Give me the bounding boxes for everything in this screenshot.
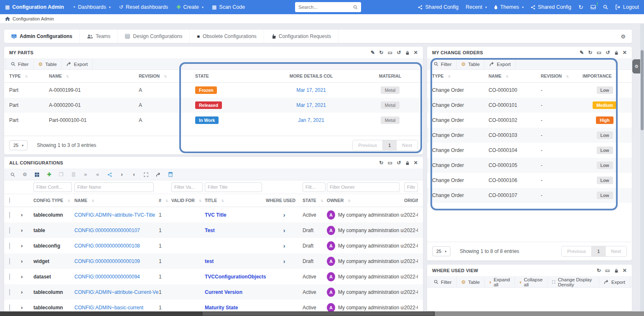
next-level-button[interactable]: › (116, 169, 128, 180)
col-originated[interactable]: ORIGINAT (404, 198, 418, 203)
filter-originated-input[interactable] (404, 182, 418, 192)
table-row[interactable]: Change Order CO-0000100 - Low (427, 83, 632, 98)
nav-shared-config-2[interactable]: Shared Config (531, 4, 571, 10)
col-owner[interactable]: OWNER⇅ (327, 198, 404, 203)
close-icon[interactable]: ✕ (623, 50, 627, 55)
config-name-link[interactable]: CONFIG:0000000000000109 (74, 258, 140, 264)
row-checkbox[interactable] (9, 258, 10, 265)
table-row[interactable]: Change Order CO-0000101 - Medium (427, 98, 632, 113)
filter-button[interactable]: Filter (429, 277, 457, 287)
config-title-link[interactable]: test (205, 258, 214, 264)
settings-button[interactable]: ⚙ (19, 169, 31, 180)
search-input[interactable] (298, 5, 353, 10)
table-row[interactable]: › tableconfig CONFIG:0000000000000108 1 … (4, 238, 423, 253)
table-row[interactable]: › dataset CONFIG:0000000000000094 1 TVCC… (4, 269, 423, 284)
vertical-scrollbar[interactable] (640, 24, 644, 311)
table-row[interactable]: Change Order CO-0000106 - Low (427, 173, 632, 188)
add-button[interactable]: ✚ (43, 169, 55, 180)
col-state[interactable]: STATE⇅ (303, 198, 327, 203)
row-checkbox[interactable] (9, 304, 10, 311)
report-button[interactable] (164, 169, 176, 180)
nav-logout[interactable]: Logout (615, 4, 639, 10)
where-used-chevron[interactable]: › (283, 258, 285, 265)
next-button[interactable]: Next (397, 140, 417, 150)
table-row[interactable]: › table CONFIG:0000000000000107 1 Test ›… (4, 222, 423, 238)
undo-icon[interactable]: ↺ (606, 50, 610, 55)
col-importance[interactable]: IMPORTANCE (583, 73, 627, 78)
table-row[interactable]: › tablecolumn CONFIG:ADMIN~attribute-Cur… (4, 284, 423, 300)
export-button[interactable]: Export (599, 277, 630, 287)
previous-button[interactable]: Previous (353, 140, 383, 150)
tab-design-configurations[interactable]: Design Configurations (118, 30, 190, 43)
nav-shared-config-1[interactable]: Shared Config (418, 4, 458, 10)
nav-recent[interactable]: Recent ▾ (466, 4, 487, 10)
nav-scan-code[interactable]: ▦ Scan Code (212, 4, 245, 10)
refresh-icon[interactable]: ↻ (597, 268, 601, 273)
previous-level-button[interactable]: ‹ (128, 169, 140, 180)
where-used-chevron[interactable]: › (283, 243, 285, 249)
filter-button[interactable]: Filter (6, 59, 34, 69)
col-material[interactable]: MATERIAL (362, 73, 418, 78)
share-button[interactable] (104, 169, 116, 180)
nav-themes[interactable]: Themes ▾ (494, 4, 524, 10)
table-settings-button[interactable]: ⚙ Table (457, 59, 485, 69)
nav-notifications[interactable]: ! (591, 5, 596, 10)
config-name-link[interactable]: CONFIG:ADMIN~basic-current (74, 305, 143, 311)
table-row[interactable]: Part A-0000199-01 A Frozen Mar 17, 2021 … (4, 83, 423, 98)
page-size-select[interactable]: 25▾ (9, 140, 28, 150)
col-name[interactable]: NAME⇅ (489, 73, 541, 78)
more-details-link[interactable]: Mar 17, 2021 (296, 102, 326, 108)
lock-icon[interactable] (405, 51, 410, 55)
table-row[interactable]: Change Order CO-0000104 - Low (427, 143, 632, 158)
settings-flyout-handle[interactable]: ⚙ (632, 59, 641, 73)
home-icon[interactable] (5, 17, 10, 21)
table-row[interactable]: Change Order CO-0000107 - Low (427, 188, 632, 203)
config-name-link[interactable]: CONFIG:0000000000000094 (74, 274, 140, 280)
columns-button[interactable] (31, 169, 43, 180)
fullscreen-button[interactable] (140, 169, 152, 180)
row-checkbox[interactable] (9, 227, 10, 234)
filter-valid-for-input[interactable] (171, 182, 203, 192)
row-checkbox[interactable] (9, 273, 10, 280)
expand-row-icon[interactable]: › (21, 273, 23, 280)
filter-config-type-input[interactable] (33, 182, 72, 192)
edit-icon[interactable]: ✎ (371, 50, 375, 55)
row-checkbox[interactable] (9, 289, 10, 296)
col-name[interactable]: NAME⇅ (74, 198, 159, 203)
tab-obsolete-configurations[interactable]: ■ Obsolete Configurations (190, 30, 264, 43)
refresh-icon[interactable]: ↻ (379, 160, 383, 165)
table-row[interactable]: Change Order CO-0000103 - Low (427, 128, 632, 143)
delete-button[interactable] (67, 169, 79, 180)
col-num[interactable]: #⇅ (159, 198, 171, 203)
undo-icon[interactable]: ↺ (397, 160, 401, 165)
undo-icon[interactable]: ↺ (397, 50, 401, 55)
export-button[interactable]: Export (62, 59, 93, 69)
table-settings-button[interactable]: ⚙ Table (34, 59, 62, 69)
brand[interactable]: ▦ Configuration Admin (5, 4, 64, 10)
breadcrumb-label[interactable]: Configuration Admin (13, 16, 54, 21)
config-title-link[interactable]: Maturity State (205, 305, 238, 311)
copy-button[interactable]: ❐ (55, 169, 67, 180)
tab-settings-button[interactable]: ⚙ (614, 33, 632, 40)
nav-reset-dashboards[interactable]: ↺ Reset dashboards (119, 4, 168, 10)
filter-name-input[interactable] (74, 182, 154, 192)
filter-button[interactable]: Filter (429, 59, 457, 69)
tab-configuration-requests[interactable]: Configuration Requests (264, 30, 339, 43)
expand-row-icon[interactable]: › (21, 304, 23, 311)
nav-create[interactable]: ✚ Create ▾ (176, 4, 204, 10)
row-checkbox[interactable] (9, 243, 10, 249)
expand-row-icon[interactable]: › (21, 289, 23, 295)
export-button[interactable] (152, 169, 164, 180)
config-title-link[interactable]: TVC Title (205, 212, 227, 218)
expand-row-icon[interactable]: › (21, 227, 23, 233)
table-settings-button[interactable]: ⚙ Table (457, 277, 485, 287)
config-title-link[interactable]: Current Version (205, 289, 242, 295)
lock-icon[interactable] (614, 268, 619, 273)
close-icon[interactable]: ✕ (414, 160, 418, 165)
change-density-button[interactable]: Change Display Density (547, 277, 599, 287)
vertical-scrollbar-thumb[interactable] (641, 50, 644, 130)
filter-owner-input[interactable] (327, 182, 400, 192)
col-state[interactable]: STATE (195, 73, 260, 78)
table-row[interactable]: Part A-0000200-01 A Released Mar 17, 202… (4, 98, 423, 113)
tab-admin-configurations[interactable]: Admin Configurations (4, 30, 80, 43)
